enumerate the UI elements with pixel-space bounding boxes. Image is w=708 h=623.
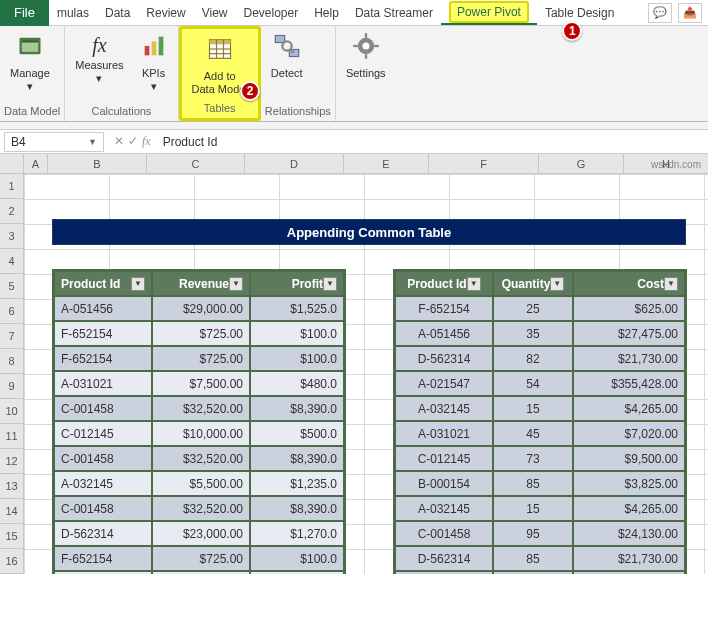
table-cell[interactable]: $625.00 [573,571,685,574]
filter-dropdown-icon[interactable]: ▼ [229,277,243,291]
table-cell[interactable]: C-012145 [395,446,493,471]
table-cell[interactable]: C-001458 [54,496,152,521]
comments-icon[interactable]: 💬 [648,3,672,23]
formula-bar[interactable]: Product Id [157,135,708,149]
row-header[interactable]: 4 [0,249,24,274]
table-cell[interactable]: $21,730.00 [573,346,685,371]
table-header[interactable]: Quantity▼ [493,271,573,296]
table-cell[interactable]: 82 [493,346,573,371]
table-cell[interactable]: 25 [493,296,573,321]
table-cell[interactable]: $10,000.00 [152,421,250,446]
table-cell[interactable]: $32,520.00 [152,446,250,471]
tab-developer[interactable]: Developer [235,2,306,24]
col-header[interactable]: A [24,154,48,174]
col-header[interactable]: E [344,154,429,174]
tab-power-pivot[interactable]: Power Pivot [441,1,537,25]
table-cell[interactable]: $27,475.00 [573,321,685,346]
tab-data[interactable]: Data [97,2,138,24]
table-cell[interactable]: 25 [493,571,573,574]
table-cell[interactable]: $355,428.00 [573,371,685,396]
col-header[interactable]: B [48,154,147,174]
table-cell[interactable]: 45 [493,421,573,446]
table-cell[interactable]: $100.0 [250,321,344,346]
table-header[interactable]: Cost▼ [573,271,685,296]
table-cell[interactable]: C-001458 [54,396,152,421]
row-header[interactable]: 11 [0,424,24,449]
col-header[interactable]: D [245,154,344,174]
share-icon[interactable]: 📤 [678,3,702,23]
table-cell[interactable]: $725.00 [152,346,250,371]
tab-view[interactable]: View [194,2,236,24]
table-header[interactable]: Product Id▼ [54,271,152,296]
table-cell[interactable]: $5,500.00 [152,471,250,496]
table-header[interactable]: Profit▼ [250,271,344,296]
table-cell[interactable]: A-032145 [54,471,152,496]
row-header[interactable]: 1 [0,174,24,199]
table-cell[interactable]: A-032145 [395,396,493,421]
table-cell[interactable]: $29,000.00 [152,296,250,321]
filter-dropdown-icon[interactable]: ▼ [664,277,678,291]
table-cell[interactable]: $7,500.00 [152,371,250,396]
table-cell[interactable]: 95 [493,521,573,546]
table-cell[interactable]: C-012145 [54,571,152,574]
row-header[interactable]: 6 [0,299,24,324]
table-cell[interactable]: $21,730.00 [573,546,685,571]
filter-dropdown-icon[interactable]: ▼ [467,277,481,291]
table-cell[interactable]: $4,265.00 [573,496,685,521]
table-cell[interactable]: C-001458 [395,521,493,546]
row-header[interactable]: 2 [0,199,24,224]
row-header[interactable]: 12 [0,449,24,474]
table-cell[interactable]: $1,525.0 [250,296,344,321]
table-cell[interactable]: 73 [493,446,573,471]
col-header[interactable]: G [539,154,624,174]
table-cell[interactable]: A-031021 [54,371,152,396]
tab-data-streamer[interactable]: Data Streamer [347,2,441,24]
table-cell[interactable]: $23,000.00 [152,521,250,546]
kpis-button[interactable]: KPIs ▾ [134,28,174,97]
tab-table-design[interactable]: Table Design [537,2,622,24]
table-cell[interactable]: D-562314 [395,346,493,371]
table-cell[interactable]: A-051456 [395,321,493,346]
table-cell[interactable]: C-012145 [54,421,152,446]
fx-icon[interactable]: fx [142,134,151,149]
cancel-icon[interactable]: ✕ [114,134,124,149]
name-box[interactable]: B4 ▼ [4,132,104,152]
table-cell[interactable]: $8,390.0 [250,446,344,471]
table-cell[interactable]: $10,000.00 [152,571,250,574]
table-cell[interactable]: $32,520.00 [152,396,250,421]
table-cell[interactable]: A-031021 [395,421,493,446]
row-header[interactable]: 13 [0,474,24,499]
table-cell[interactable]: $480.0 [250,371,344,396]
detect-button[interactable]: Detect [265,28,309,84]
table-cell[interactable]: D-562314 [395,546,493,571]
table-cell[interactable]: $8,390.0 [250,496,344,521]
table-cell[interactable]: $100.0 [250,346,344,371]
col-header[interactable]: C [147,154,245,174]
tab-formulas-partial[interactable]: mulas [49,2,97,24]
col-header[interactable]: F [429,154,539,174]
file-tab[interactable]: File [0,0,49,26]
table-cell[interactable]: A-032145 [395,496,493,521]
row-header[interactable]: 15 [0,524,24,549]
table-cell[interactable]: F-652154 [54,346,152,371]
row-header[interactable]: 5 [0,274,24,299]
filter-dropdown-icon[interactable]: ▼ [550,277,564,291]
table-cell[interactable]: $9,500.00 [573,446,685,471]
table-cell[interactable]: B-000154 [395,471,493,496]
manage-button[interactable]: Manage ▾ [4,28,56,97]
table-cell[interactable]: $500.0 [250,421,344,446]
table-header[interactable]: Product Id▼ [395,271,493,296]
table-cell[interactable]: 35 [493,321,573,346]
table-cell[interactable]: $8,390.0 [250,396,344,421]
table-cell[interactable]: $625.00 [573,296,685,321]
measures-button[interactable]: fx Measures ▾ [69,28,129,89]
table-cell[interactable]: A-051456 [54,296,152,321]
table-cell[interactable]: $1,270.0 [250,521,344,546]
filter-dropdown-icon[interactable]: ▼ [131,277,145,291]
table-cell[interactable]: $7,020.00 [573,421,685,446]
table-cell[interactable]: $4,265.00 [573,396,685,421]
table-cell[interactable]: $100.0 [250,546,344,571]
table-1[interactable]: Product Id▼Revenue▼Profit▼A-051456$29,00… [52,269,346,574]
table-2[interactable]: Product Id▼Quantity▼Cost▼F-65215425$625.… [393,269,687,574]
row-header[interactable]: 8 [0,349,24,374]
